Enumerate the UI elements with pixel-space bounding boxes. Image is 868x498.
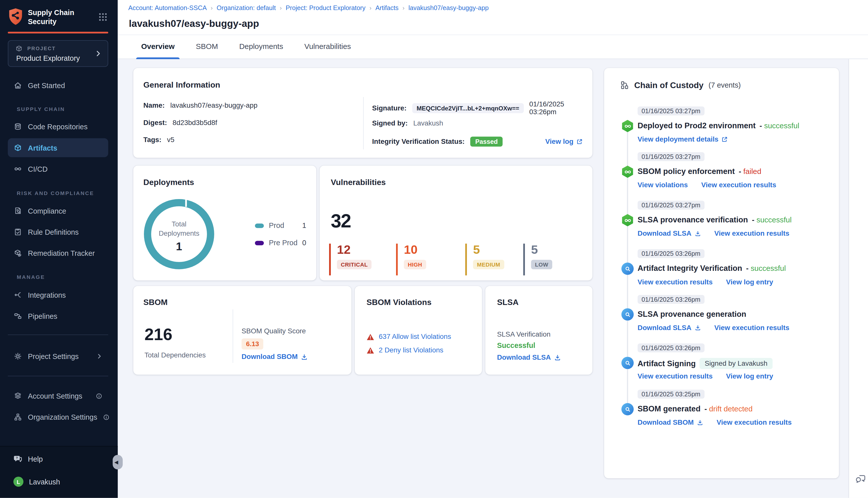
severity-critical: 12 CRITICAL	[329, 244, 390, 276]
breadcrumb-artifacts[interactable]: Artifacts	[375, 4, 399, 11]
breadcrumb-separator: ›	[370, 4, 372, 11]
view-violations-link[interactable]: View violations	[638, 181, 688, 189]
event-status: drift detected	[704, 404, 753, 412]
app-root: Supply Chain Security PROJECT Product Ex…	[0, 0, 868, 498]
sidebar-item-help[interactable]: ? Help	[8, 449, 108, 468]
pipeline-hexagon-icon	[621, 120, 634, 132]
org-settings-icon	[13, 412, 22, 422]
deployments-card: Deployments Total Deployments 1 Prod 1 P…	[133, 166, 316, 280]
breadcrumb-organization[interactable]: Organization: default	[217, 4, 276, 11]
legend-label: Prod	[269, 221, 284, 230]
layers-icon	[13, 391, 22, 401]
app-logo[interactable]: Supply Chain Security	[8, 8, 110, 27]
events-count: (7 events)	[709, 81, 741, 89]
name-label: Name:	[143, 101, 165, 109]
tab-overview[interactable]: Overview	[141, 39, 174, 59]
prod-color-swatch	[255, 223, 264, 228]
sbom-card: SBOM 216 Total Dependencies SBOM Quality…	[133, 286, 351, 375]
view-log-entry-link[interactable]: View log entry	[726, 372, 773, 380]
download-slsa-link[interactable]: Download SLSA	[638, 324, 701, 331]
view-execution-results-link[interactable]: View execution results	[714, 324, 789, 331]
event-title: SBOM policy enforcement	[638, 167, 735, 176]
info-icon	[95, 392, 103, 399]
sidebar-footer: ? Help L Lavakush	[0, 446, 118, 498]
tab-deployments[interactable]: Deployments	[239, 39, 283, 59]
view-execution-results-link[interactable]: View execution results	[716, 419, 792, 427]
external-link-icon	[576, 138, 583, 145]
deny-list-violations-link[interactable]: 2 Deny list Violations	[379, 346, 443, 354]
breadcrumb-current[interactable]: lavakush07/easy-buggy-app	[409, 4, 489, 11]
view-execution-results-link[interactable]: View execution results	[638, 372, 713, 380]
download-slsa-link[interactable]: Download SLSA	[497, 353, 561, 361]
legend-item-prod: Prod 1	[255, 221, 306, 230]
download-icon	[694, 325, 701, 331]
sidebar-item-remediation-tracker[interactable]: Remediation Tracker	[8, 244, 108, 263]
event-timestamp: 01/16/2025 03:26pm	[638, 295, 704, 304]
project-selector[interactable]: PROJECT Product Exploratory	[8, 40, 108, 67]
scan-circle-icon	[621, 263, 634, 275]
home-icon	[13, 81, 22, 90]
integrity-status-label: Integrity Verification Status:	[372, 138, 465, 146]
medium-badge: MEDIUM	[473, 260, 504, 269]
quality-score-label: SBOM Quality Score	[242, 327, 306, 335]
breadcrumb-account[interactable]: Account: Automation-SSCA	[128, 4, 207, 11]
user-menu[interactable]: L Lavakush	[8, 472, 108, 491]
slsa-card: SLSA SLSA Verification Successful Downlo…	[485, 286, 592, 375]
sidebar-item-cicd[interactable]: CI/CD	[8, 159, 108, 179]
sidebar-item-pipelines[interactable]: Pipelines	[8, 307, 108, 326]
view-deployment-details-link[interactable]: View deployment details	[638, 135, 728, 143]
download-sbom-link[interactable]: Download SBOM	[242, 353, 308, 361]
card-title: SBOM	[143, 298, 168, 307]
signed-by-label: Signed by:	[372, 119, 407, 127]
sidebar-item-get-started[interactable]: Get Started	[8, 76, 108, 95]
svg-text:?: ?	[16, 456, 18, 460]
view-log-entry-link[interactable]: View log entry	[726, 278, 773, 286]
sidebar-item-account-settings[interactable]: Account Settings	[8, 386, 108, 405]
view-execution-results-link[interactable]: View execution results	[701, 181, 776, 189]
signed-by-badge: Signed by Lavakush	[700, 358, 773, 369]
breadcrumb-separator: ›	[402, 4, 404, 11]
sidebar-collapse-toggle[interactable]: ◀	[113, 455, 123, 469]
shield-logo-icon	[8, 8, 23, 26]
chain-of-custody-card: Chain of Custody (7 events) 01/16/2025 0…	[604, 68, 839, 479]
tab-vulnerabilities[interactable]: Vulnerabilities	[305, 39, 351, 59]
deployments-donut-chart: Total Deployments 1	[144, 199, 214, 269]
module-grid-icon[interactable]	[98, 12, 108, 22]
severity-high: 10 HIGH	[396, 244, 457, 276]
sidebar-item-rule-definitions[interactable]: Rule Definitions	[8, 222, 108, 241]
header-divider	[118, 35, 868, 35]
feedback-chat-button[interactable]	[855, 473, 867, 485]
chain-of-custody-header: Chain of Custody (7 events)	[620, 80, 741, 90]
deny-list-violations-row: 2 Deny list Violations	[366, 346, 443, 354]
sidebar-item-organization-settings[interactable]: Organization Settings	[8, 408, 108, 427]
card-title: Deployments	[143, 178, 194, 187]
tab-sbom[interactable]: SBOM	[196, 39, 218, 59]
view-execution-results-link[interactable]: View execution results	[638, 278, 713, 286]
sidebar-item-integrations[interactable]: Integrations	[8, 285, 108, 304]
pipelines-icon	[13, 312, 22, 321]
sidebar-item-artifacts[interactable]: Artifacts	[8, 138, 108, 157]
digest-value: 8d23bd3b5d8f	[172, 119, 217, 127]
card-title: Chain of Custody	[634, 80, 703, 90]
event-status: successful	[760, 121, 799, 130]
infinity-icon	[13, 165, 22, 173]
card-divider	[233, 310, 233, 363]
event-timestamp: 01/16/2025 03:27pm	[638, 152, 704, 161]
allow-list-violations-link[interactable]: 637 Allow list Violations	[379, 333, 451, 341]
event-title: SLSA provenance generation	[638, 310, 747, 318]
view-log-link[interactable]: View log	[545, 138, 583, 146]
event-status: successful	[752, 215, 792, 224]
sidebar-item-code-repositories[interactable]: Code Repositories	[8, 117, 108, 136]
event-timestamp: 01/16/2025 03:27pm	[638, 201, 704, 210]
download-sbom-link[interactable]: Download SBOM	[638, 419, 703, 427]
sidebar-item-compliance[interactable]: Compliance	[8, 201, 108, 220]
view-execution-results-link[interactable]: View execution results	[714, 230, 789, 237]
quality-score-badge: 6.13	[242, 338, 263, 350]
external-link-icon	[721, 136, 728, 143]
sidebar-item-project-settings[interactable]: Project Settings	[8, 346, 108, 366]
chevron-right-icon	[96, 353, 103, 360]
artifacts-cube-icon	[13, 143, 22, 152]
breadcrumb-project[interactable]: Project: Product Exploratory	[286, 4, 365, 11]
download-slsa-link[interactable]: Download SLSA	[638, 230, 701, 237]
pre-prod-color-swatch	[255, 240, 264, 245]
